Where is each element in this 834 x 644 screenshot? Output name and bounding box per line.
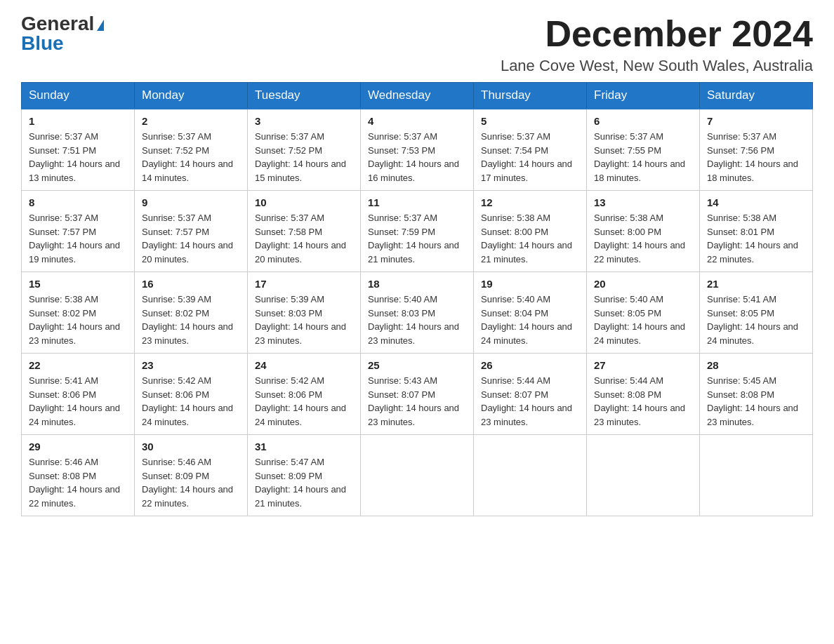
calendar-cell: 21Sunrise: 5:41 AMSunset: 8:05 PMDayligh…	[700, 272, 813, 354]
day-info: Sunrise: 5:39 AMSunset: 8:03 PMDaylight:…	[255, 293, 353, 347]
logo-triangle-icon	[97, 20, 104, 31]
day-info: Sunrise: 5:45 AMSunset: 8:08 PMDaylight:…	[707, 374, 805, 429]
day-number: 11	[368, 196, 466, 208]
calendar-cell: 26Sunrise: 5:44 AMSunset: 8:07 PMDayligh…	[474, 354, 587, 435]
day-info: Sunrise: 5:37 AMSunset: 7:52 PMDaylight:…	[255, 130, 353, 185]
title-section: December 2024 Lane Cove West, New South …	[501, 14, 813, 75]
day-number: 23	[142, 359, 240, 371]
calendar-cell	[361, 435, 474, 516]
day-info: Sunrise: 5:47 AMSunset: 8:09 PMDaylight:…	[255, 455, 353, 510]
calendar-week-row: 8Sunrise: 5:37 AMSunset: 7:57 PMDaylight…	[22, 191, 813, 272]
day-info: Sunrise: 5:40 AMSunset: 8:04 PMDaylight:…	[481, 293, 579, 347]
day-info: Sunrise: 5:38 AMSunset: 8:00 PMDaylight:…	[594, 211, 692, 266]
calendar-cell	[474, 435, 587, 516]
calendar-cell: 8Sunrise: 5:37 AMSunset: 7:57 PMDaylight…	[22, 191, 135, 272]
day-info: Sunrise: 5:42 AMSunset: 8:06 PMDaylight:…	[255, 374, 353, 429]
day-info: Sunrise: 5:37 AMSunset: 7:54 PMDaylight:…	[481, 130, 579, 185]
day-number: 2	[142, 115, 240, 127]
day-number: 5	[481, 115, 579, 127]
day-number: 14	[707, 196, 805, 208]
calendar-cell: 28Sunrise: 5:45 AMSunset: 8:08 PMDayligh…	[700, 354, 813, 435]
day-info: Sunrise: 5:40 AMSunset: 8:03 PMDaylight:…	[368, 293, 466, 347]
logo-general-line: General	[21, 14, 104, 34]
calendar-cell: 6Sunrise: 5:37 AMSunset: 7:55 PMDaylight…	[587, 109, 700, 191]
day-number: 21	[707, 278, 805, 290]
day-number: 26	[481, 359, 579, 371]
calendar-cell: 5Sunrise: 5:37 AMSunset: 7:54 PMDaylight…	[474, 109, 587, 191]
location-title: Lane Cove West, New South Wales, Austral…	[501, 57, 813, 75]
page-header: General Blue December 2024 Lane Cove Wes…	[21, 14, 813, 75]
calendar-cell: 14Sunrise: 5:38 AMSunset: 8:01 PMDayligh…	[700, 191, 813, 272]
day-info: Sunrise: 5:38 AMSunset: 8:01 PMDaylight:…	[707, 211, 805, 266]
day-info: Sunrise: 5:46 AMSunset: 8:08 PMDaylight:…	[29, 455, 127, 510]
weekday-header-thursday: Thursday	[474, 83, 587, 109]
day-info: Sunrise: 5:37 AMSunset: 7:58 PMDaylight:…	[255, 211, 353, 266]
day-info: Sunrise: 5:37 AMSunset: 7:57 PMDaylight:…	[29, 211, 127, 266]
day-info: Sunrise: 5:46 AMSunset: 8:09 PMDaylight:…	[142, 455, 240, 510]
calendar-cell: 1Sunrise: 5:37 AMSunset: 7:51 PMDaylight…	[22, 109, 135, 191]
weekday-header-sunday: Sunday	[22, 83, 135, 109]
day-number: 18	[368, 278, 466, 290]
calendar-cell: 20Sunrise: 5:40 AMSunset: 8:05 PMDayligh…	[587, 272, 700, 354]
day-info: Sunrise: 5:37 AMSunset: 7:59 PMDaylight:…	[368, 211, 466, 266]
day-number: 25	[368, 359, 466, 371]
calendar-cell	[700, 435, 813, 516]
weekday-header-saturday: Saturday	[700, 83, 813, 109]
calendar-cell: 17Sunrise: 5:39 AMSunset: 8:03 PMDayligh…	[248, 272, 361, 354]
weekday-header-row: SundayMondayTuesdayWednesdayThursdayFrid…	[22, 83, 813, 109]
day-info: Sunrise: 5:37 AMSunset: 7:55 PMDaylight:…	[594, 130, 692, 185]
day-number: 10	[255, 196, 353, 208]
day-info: Sunrise: 5:38 AMSunset: 8:00 PMDaylight:…	[481, 211, 579, 266]
month-title: December 2024	[501, 14, 813, 54]
day-number: 31	[255, 441, 353, 452]
day-info: Sunrise: 5:43 AMSunset: 8:07 PMDaylight:…	[368, 374, 466, 429]
day-number: 15	[29, 278, 127, 290]
day-number: 28	[707, 359, 805, 371]
day-number: 3	[255, 115, 353, 127]
calendar-week-row: 29Sunrise: 5:46 AMSunset: 8:08 PMDayligh…	[22, 435, 813, 516]
day-number: 16	[142, 278, 240, 290]
calendar-cell: 25Sunrise: 5:43 AMSunset: 8:07 PMDayligh…	[361, 354, 474, 435]
calendar-cell: 11Sunrise: 5:37 AMSunset: 7:59 PMDayligh…	[361, 191, 474, 272]
day-number: 1	[29, 115, 127, 127]
day-info: Sunrise: 5:44 AMSunset: 8:07 PMDaylight:…	[481, 374, 579, 429]
day-info: Sunrise: 5:41 AMSunset: 8:05 PMDaylight:…	[707, 293, 805, 347]
calendar-cell: 12Sunrise: 5:38 AMSunset: 8:00 PMDayligh…	[474, 191, 587, 272]
calendar-cell: 10Sunrise: 5:37 AMSunset: 7:58 PMDayligh…	[248, 191, 361, 272]
calendar-cell: 3Sunrise: 5:37 AMSunset: 7:52 PMDaylight…	[248, 109, 361, 191]
logo-blue-text: Blue	[21, 32, 64, 54]
day-number: 7	[707, 115, 805, 127]
day-number: 24	[255, 359, 353, 371]
day-info: Sunrise: 5:39 AMSunset: 8:02 PMDaylight:…	[142, 293, 240, 347]
calendar-cell: 7Sunrise: 5:37 AMSunset: 7:56 PMDaylight…	[700, 109, 813, 191]
calendar-cell: 13Sunrise: 5:38 AMSunset: 8:00 PMDayligh…	[587, 191, 700, 272]
weekday-header-monday: Monday	[135, 83, 248, 109]
calendar-cell: 31Sunrise: 5:47 AMSunset: 8:09 PMDayligh…	[248, 435, 361, 516]
day-number: 17	[255, 278, 353, 290]
calendar-cell: 30Sunrise: 5:46 AMSunset: 8:09 PMDayligh…	[135, 435, 248, 516]
day-number: 19	[481, 278, 579, 290]
day-number: 22	[29, 359, 127, 371]
calendar-cell: 19Sunrise: 5:40 AMSunset: 8:04 PMDayligh…	[474, 272, 587, 354]
day-number: 4	[368, 115, 466, 127]
day-number: 13	[594, 196, 692, 208]
logo-general-text: General	[21, 13, 104, 34]
day-number: 30	[142, 441, 240, 452]
calendar-cell: 18Sunrise: 5:40 AMSunset: 8:03 PMDayligh…	[361, 272, 474, 354]
weekday-header-friday: Friday	[587, 83, 700, 109]
day-info: Sunrise: 5:40 AMSunset: 8:05 PMDaylight:…	[594, 293, 692, 347]
day-info: Sunrise: 5:37 AMSunset: 7:52 PMDaylight:…	[142, 130, 240, 185]
calendar-week-row: 1Sunrise: 5:37 AMSunset: 7:51 PMDaylight…	[22, 109, 813, 191]
calendar-cell: 22Sunrise: 5:41 AMSunset: 8:06 PMDayligh…	[22, 354, 135, 435]
weekday-header-tuesday: Tuesday	[248, 83, 361, 109]
day-number: 8	[29, 196, 127, 208]
calendar-cell: 9Sunrise: 5:37 AMSunset: 7:57 PMDaylight…	[135, 191, 248, 272]
calendar-cell: 16Sunrise: 5:39 AMSunset: 8:02 PMDayligh…	[135, 272, 248, 354]
calendar-cell	[587, 435, 700, 516]
day-info: Sunrise: 5:42 AMSunset: 8:06 PMDaylight:…	[142, 374, 240, 429]
calendar-cell: 15Sunrise: 5:38 AMSunset: 8:02 PMDayligh…	[22, 272, 135, 354]
calendar-cell: 27Sunrise: 5:44 AMSunset: 8:08 PMDayligh…	[587, 354, 700, 435]
day-number: 9	[142, 196, 240, 208]
logo-blue-line: Blue	[21, 34, 64, 53]
logo: General Blue	[21, 14, 104, 53]
